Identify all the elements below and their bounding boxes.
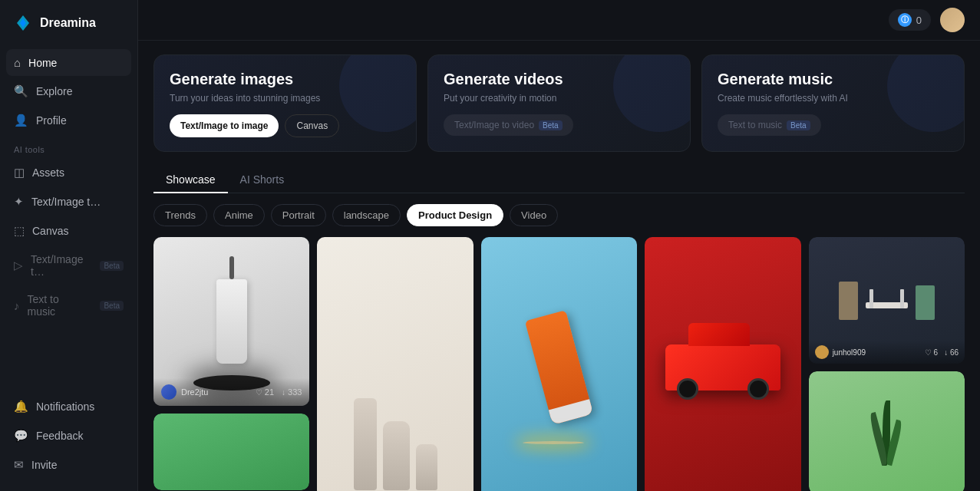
logo[interactable]: Dreamina xyxy=(0,0,137,49)
credits-display[interactable]: ⓘ 0 xyxy=(889,9,931,31)
sidebar-item-canvas[interactable]: ⬚ Canvas xyxy=(6,217,131,245)
home-icon: ⌂ xyxy=(14,56,21,69)
grid-item-lotion[interactable]: Dre2jtu ♡ 21 ↓ 333 xyxy=(153,237,309,406)
grid-item-vases[interactable] xyxy=(317,237,473,491)
sidebar: Dreamina ⌂ Home 🔍 Explore 👤 Profile AI t… xyxy=(0,0,138,491)
generate-images-title: Generate images xyxy=(170,71,401,88)
filter-portrait[interactable]: Portrait xyxy=(271,204,326,226)
grid-col-3 xyxy=(481,237,637,491)
filter-anime[interactable]: Anime xyxy=(213,204,265,226)
grid-item-furniture[interactable]: junhol909 ♡ 6 ↓ 66 xyxy=(809,237,965,364)
filter-product-design[interactable]: Product Design xyxy=(407,204,503,226)
generate-videos-card: Generate videos Put your creativity in m… xyxy=(427,54,691,152)
invite-icon: ✉ xyxy=(14,458,24,472)
tools-nav: ◫ Assets ✦ Text/Image t… ⬚ Canvas ▷ Text… xyxy=(0,159,137,325)
grid-col-2 xyxy=(317,237,473,491)
downloads-lotion: ↓ 333 xyxy=(282,387,302,397)
feature-cards: Generate images Turn your ideas into stu… xyxy=(153,54,965,152)
item-user-lotion: Dre2jtu xyxy=(161,384,208,400)
generate-videos-buttons: Text/Image to video Beta xyxy=(444,114,675,136)
assets-icon: ◫ xyxy=(14,166,25,180)
generate-music-card: Generate music Create music effortlessly… xyxy=(701,54,965,152)
showcase-tabs: Showcase AI Shorts xyxy=(153,167,965,193)
generate-music-title: Generate music xyxy=(718,71,949,88)
sidebar-item-notifications[interactable]: 🔔 Notifications xyxy=(6,393,131,420)
beta-badge-music-card: Beta xyxy=(787,120,810,130)
notifications-icon: 🔔 xyxy=(14,400,28,414)
grid-item-green[interactable] xyxy=(153,414,309,490)
explore-icon: 🔍 xyxy=(14,84,28,98)
beta-badge-music: Beta xyxy=(100,301,124,311)
generate-videos-title: Generate videos xyxy=(444,71,675,88)
user-avatar-lotion xyxy=(161,384,177,400)
sidebar-item-assets[interactable]: ◫ Assets xyxy=(6,159,131,186)
header: ⓘ 0 xyxy=(138,0,980,41)
music-icon: ♪ xyxy=(14,299,20,312)
generate-images-desc: Turn your ideas into stunning images xyxy=(170,93,401,104)
main-nav: ⌂ Home 🔍 Explore 👤 Profile xyxy=(0,49,137,134)
text-image-to-image-button[interactable]: Text/Image to image xyxy=(170,114,279,137)
feedback-icon: 💬 xyxy=(14,429,28,443)
username-lotion: Dre2jtu xyxy=(181,387,208,397)
sidebar-item-profile[interactable]: 👤 Profile xyxy=(6,107,131,134)
likes-lotion: ♡ 21 xyxy=(256,387,274,397)
app-name: Dreamina xyxy=(40,16,96,30)
grid-col-5: junhol909 ♡ 6 ↓ 66 xyxy=(809,237,965,491)
generate-images-card: Generate images Turn your ideas into stu… xyxy=(153,54,417,152)
grid-item-cream[interactable] xyxy=(481,237,637,491)
grid-col-1: Dre2jtu ♡ 21 ↓ 333 xyxy=(153,237,309,491)
filter-landscape[interactable]: landscape xyxy=(332,204,401,226)
sidebar-item-explore[interactable]: 🔍 Explore xyxy=(6,77,131,105)
sidebar-bottom: 🔔 Notifications 💬 Feedback ✉ Invite xyxy=(0,393,137,491)
canvas-icon: ⬚ xyxy=(14,224,25,238)
item-stats-lotion: ♡ 21 ↓ 333 xyxy=(256,387,302,397)
video-icon: ▷ xyxy=(14,259,23,272)
grid-col-4 xyxy=(645,237,800,491)
beta-badge-video: Beta xyxy=(539,120,563,130)
user-avatar[interactable] xyxy=(940,8,965,32)
tab-showcase[interactable]: Showcase xyxy=(153,167,228,193)
generate-music-desc: Create music effortlessly with AI xyxy=(718,93,949,104)
filter-video[interactable]: Video xyxy=(510,204,558,226)
credits-icon: ⓘ xyxy=(898,13,912,27)
credits-count: 0 xyxy=(916,15,922,26)
grid-item-plant[interactable] xyxy=(809,371,965,491)
text-to-music-button[interactable]: Text to music Beta xyxy=(718,114,821,136)
tab-ai-shorts[interactable]: AI Shorts xyxy=(228,167,297,193)
sidebar-item-text-image-video[interactable]: ▷ Text/Image t… Beta xyxy=(6,246,131,285)
ai-tools-label: AI tools xyxy=(0,134,137,159)
download-icon: ↓ xyxy=(282,388,285,397)
sidebar-item-home[interactable]: ⌂ Home xyxy=(6,49,131,76)
filter-trends[interactable]: Trends xyxy=(153,204,207,226)
sidebar-item-feedback[interactable]: 💬 Feedback xyxy=(6,422,131,450)
item-overlay-lotion: Dre2jtu ♡ 21 ↓ 333 xyxy=(153,378,309,406)
generate-videos-desc: Put your creativity in motion xyxy=(444,93,675,104)
sidebar-item-invite[interactable]: ✉ Invite xyxy=(6,451,131,479)
generate-images-buttons: Text/Image to image Canvas xyxy=(170,114,401,137)
sidebar-item-text-image[interactable]: ✦ Text/Image t… xyxy=(6,188,131,216)
filter-pills: Trends Anime Portrait landscape Product … xyxy=(153,204,965,226)
canvas-button[interactable]: Canvas xyxy=(285,114,339,137)
text-image-icon: ✦ xyxy=(14,195,24,209)
profile-icon: 👤 xyxy=(14,114,28,127)
heart-icon: ♡ xyxy=(256,388,262,397)
image-grid: Dre2jtu ♡ 21 ↓ 333 xyxy=(153,237,965,491)
sidebar-item-text-music[interactable]: ♪ Text to music Beta xyxy=(6,286,131,325)
grid-item-car[interactable] xyxy=(645,237,800,491)
main-content: ⓘ 0 Generate images Turn your ideas into… xyxy=(138,0,980,491)
beta-badge: Beta xyxy=(100,261,124,271)
content-area: Generate images Turn your ideas into stu… xyxy=(138,41,980,491)
text-image-to-video-button[interactable]: Text/Image to video Beta xyxy=(444,114,573,136)
generate-music-buttons: Text to music Beta xyxy=(718,114,949,136)
